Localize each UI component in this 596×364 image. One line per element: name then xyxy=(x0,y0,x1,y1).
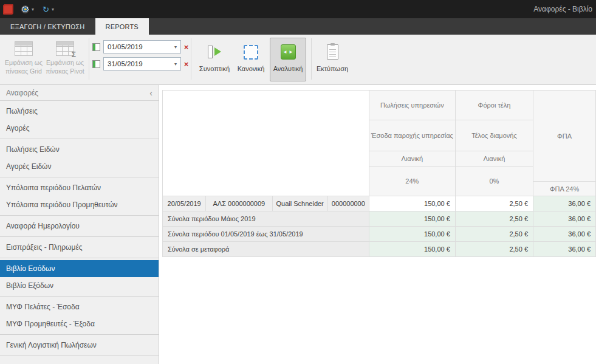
show-as-grid-button[interactable]: Εμφάνιση ως πίνακας Grid xyxy=(4,38,44,81)
header-vat-rate: ΦΠΑ 24% xyxy=(533,182,596,196)
date-to-field[interactable]: 31/05/2019 ▾ xyxy=(103,57,181,70)
header-taxes-sub: Τέλος διαμονής xyxy=(455,120,533,151)
table-row-total: Σύνολα περιόδου 01/05/2019 έως 31/05/201… xyxy=(163,227,596,242)
header-services-channel: Λιανική xyxy=(369,151,455,167)
sidebar-group: Γενική Λογιστική Πωλήσεων xyxy=(0,335,159,356)
header-blank-cell xyxy=(163,91,369,196)
total-taxes-amount: 2,50 € xyxy=(455,227,533,242)
quick-access-refresh-button[interactable]: ↻ ▾ xyxy=(38,2,58,16)
tab-export-print[interactable]: ΕΞΑΓΩΓΗ / ΕΚΤΥΠΩΣΗ xyxy=(0,18,95,35)
detail-taxes-amount: 2,50 € xyxy=(455,196,533,211)
date-from-field[interactable]: 01/05/2019 ▾ xyxy=(103,40,181,53)
chevron-down-icon: ▾ xyxy=(32,7,34,12)
date-from-value[interactable]: 01/05/2019 xyxy=(104,43,171,50)
date-from-clear-button[interactable]: × xyxy=(181,40,191,53)
date-from-dropdown-icon[interactable]: ▾ xyxy=(171,44,180,50)
sigma-icon: Σ xyxy=(72,50,76,59)
grid-table-icon xyxy=(15,41,33,56)
sidebar-item-vivlio-eksodon[interactable]: Βιβλίο Εξόδων xyxy=(0,277,159,294)
sidebar-group: Πωλήσεις Αγορές xyxy=(0,101,159,139)
header-taxes-group: Φόροι τέλη xyxy=(455,91,533,120)
sidebar-item-agores-eidon[interactable]: Αγορές Ειδών xyxy=(0,158,159,175)
chevron-down-icon: ▾ xyxy=(52,7,54,12)
sidebar-item-vivlio-esodon[interactable]: Βιβλίο Εσόδων xyxy=(0,260,159,277)
detail-document: ΑΛΣ 0000000009 xyxy=(206,196,272,211)
ribbon-separator xyxy=(191,38,191,80)
header-services-sub: Έσοδα παροχής υπηρεσίας xyxy=(369,120,455,151)
header-taxes-channel: Λιανική xyxy=(455,151,533,167)
quick-access-target-button[interactable]: ▾ xyxy=(17,2,38,16)
show-as-pivot-label: Εμφάνιση ως πίνακας Pivot xyxy=(45,59,85,75)
sidebar-item-ypoloipa-pelaton[interactable]: Υπόλοιπα περιόδου Πελατών xyxy=(0,179,159,196)
sidebar-item-ypoloipa-promitheuton[interactable]: Υπόλοιπα περιόδου Προμηθευτών xyxy=(0,196,159,213)
report-table: Πωλήσεις υπηρεσιών Φόροι τέλη ΦΠΑ Έσοδα … xyxy=(162,90,596,257)
total-label: Σύνολα περιόδου 01/05/2019 έως 31/05/201… xyxy=(163,227,369,242)
detail-vat-amount: 36,00 € xyxy=(533,196,596,211)
print-button[interactable]: Εκτύπωση xyxy=(315,38,350,81)
pivot-table-icon: Σ xyxy=(56,41,74,56)
table-row-total: Σύνολα περιόδου Μάιος 2019 150,00 € 2,50… xyxy=(163,211,596,227)
summary-view-button[interactable]: Συνοπτική xyxy=(197,38,232,81)
sidebar-group: Εισπράξεις - Πληρωμές xyxy=(0,237,159,258)
window-title: Αναφορές - Βιβλίο xyxy=(533,5,592,13)
sidebar-item-agores[interactable]: Αγορές xyxy=(0,120,159,137)
total-services-amount: 150,00 € xyxy=(369,242,455,257)
app-logo-icon xyxy=(3,4,13,15)
normal-view-button[interactable]: Κανονική xyxy=(233,38,269,81)
sidebar-item-poliseis[interactable]: Πωλήσεις xyxy=(0,103,159,120)
sidebar-group: Βιβλίο Εσόδων Βιβλίο Εξόδων xyxy=(0,258,159,297)
date-to-row: 31/05/2019 ▾ × xyxy=(92,57,191,70)
header-services-rate: 24% xyxy=(369,167,455,196)
refresh-icon: ↻ xyxy=(43,5,49,13)
calendar-icon xyxy=(92,60,100,68)
header-services-group: Πωλήσεις υπηρεσιών xyxy=(369,91,455,120)
income-book-report: Πωλήσεις υπηρεσιών Φόροι τέλη ΦΠΑ Έσοδα … xyxy=(162,90,596,257)
sidebar-group: Υπόλοιπα περιόδου Πελατών Υπόλοιπα περιό… xyxy=(0,177,159,216)
date-to-dropdown-icon[interactable]: ▾ xyxy=(171,61,180,67)
sidebar-item-eisprakseis-pliromes[interactable]: Εισπράξεις - Πληρωμές xyxy=(0,239,159,256)
table-row-detail: 20/05/2019 ΑΛΣ 0000000009 Quail Schneide… xyxy=(163,196,596,211)
table-row-total: Σύνολα σε μεταφορά 150,00 € 2,50 € 36,00… xyxy=(163,242,596,257)
sidebar-group: Πωλήσεις Ειδών Αγορές Ειδών xyxy=(0,139,159,177)
titlebar: ▾ ↻ ▾ Αναφορές - Βιβλίο xyxy=(0,0,596,18)
total-label: Σύνολα σε μεταφορά xyxy=(163,242,369,257)
total-label: Σύνολα περιόδου Μάιος 2019 xyxy=(163,211,369,227)
sidebar-item-geniki-logistiki[interactable]: Γενική Λογιστική Πωλήσεων xyxy=(0,337,159,354)
sidebar-item-poliseis-eidon[interactable]: Πωλήσεις Ειδών xyxy=(0,141,159,158)
app-window: ▾ ↻ ▾ Αναφορές - Βιβλίο ΕΞΑΓΩΓΗ / ΕΚΤΥΠΩ… xyxy=(0,0,596,364)
print-label: Εκτύπωση xyxy=(317,65,348,72)
total-services-amount: 150,00 € xyxy=(369,211,455,227)
sidebar-group: ΜΥΦ Πελάτες - Έσοδα ΜΥΦ Προμηθευτές - Έξ… xyxy=(0,297,159,335)
summary-view-icon xyxy=(207,44,223,60)
total-vat-amount: 36,00 € xyxy=(533,242,596,257)
tab-reports[interactable]: REPORTS xyxy=(95,18,149,35)
total-vat-amount: 36,00 € xyxy=(533,227,596,242)
ribbon-tabstrip: ΕΞΑΓΩΓΗ / ΕΚΤΥΠΩΣΗ REPORTS xyxy=(0,18,596,35)
target-icon xyxy=(21,5,29,13)
sidebar-item-myf-pelates[interactable]: ΜΥΦ Πελάτες - Έσοδα xyxy=(0,298,159,315)
collapse-sidebar-icon[interactable]: ‹ xyxy=(149,89,152,97)
summary-view-label: Συνοπτική xyxy=(199,65,230,72)
sidebar-header: Αναφορές ‹ xyxy=(0,85,159,101)
header-vat-group: ΦΠΑ xyxy=(533,91,596,182)
date-to-value[interactable]: 31/05/2019 xyxy=(104,60,171,67)
show-as-grid-label: Εμφάνιση ως πίνακας Grid xyxy=(4,59,44,75)
calendar-icon xyxy=(92,43,100,51)
sidebar-item-myf-promitheutes[interactable]: ΜΥΦ Προμηθευτές - Έξοδα xyxy=(0,315,159,332)
show-as-pivot-button[interactable]: Σ Εμφάνιση ως πίνακας Pivot xyxy=(45,38,85,81)
detailed-view-icon: ◄ ► xyxy=(281,44,296,60)
sidebar-item-anafora-imerologiou[interactable]: Αναφορά Ημερολογίου xyxy=(0,218,159,235)
normal-view-icon xyxy=(244,45,258,60)
total-vat-amount: 36,00 € xyxy=(533,211,596,227)
print-icon xyxy=(327,44,338,60)
total-services-amount: 150,00 € xyxy=(369,227,455,242)
total-taxes-amount: 2,50 € xyxy=(455,242,533,257)
date-to-clear-button[interactable]: × xyxy=(181,57,191,70)
detail-customer: Quail Schneider xyxy=(272,196,327,211)
detail-code: 000000000 xyxy=(327,196,369,211)
date-from-row: 01/05/2019 ▾ × xyxy=(92,40,191,53)
ribbon-separator xyxy=(311,38,312,80)
header-taxes-rate: 0% xyxy=(455,167,533,196)
ribbon: Εμφάνιση ως πίνακας Grid Σ Εμφάνιση ως π… xyxy=(0,35,596,85)
detailed-view-button[interactable]: ◄ ► Αναλυτική xyxy=(270,38,306,81)
